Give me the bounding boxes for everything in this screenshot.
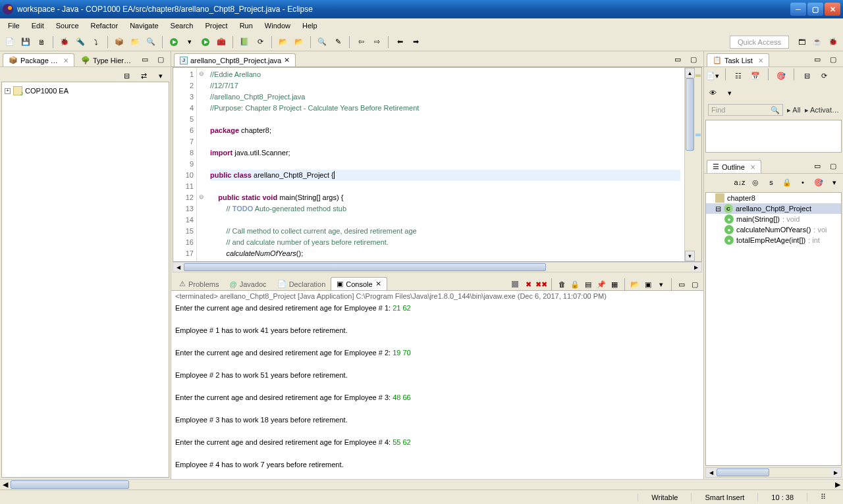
hide-static-button[interactable]: s (764, 175, 778, 189)
minimize-view-button[interactable]: ▭ (810, 52, 825, 66)
maximize-view-button[interactable]: ▢ (826, 159, 840, 173)
console-dropdown[interactable]: ▾ (655, 278, 667, 290)
scroll-down-arrow[interactable]: ▼ (685, 251, 695, 261)
focus-button[interactable]: 🎯 (811, 175, 826, 189)
menu-project[interactable]: Project (200, 20, 232, 31)
prev-edit-button[interactable]: ⇦ (354, 35, 368, 49)
outline-item[interactable]: chapter8 (706, 193, 841, 203)
menu-window[interactable]: Window (259, 20, 296, 31)
debug-run-button[interactable] (198, 35, 213, 49)
editor-body[interactable]: 1234567891011121314151617 ⊖⊖ //Eddie Are… (173, 67, 702, 262)
collapse-all-button[interactable]: ⊟ (119, 68, 134, 83)
quick-access-input[interactable]: Quick Access (730, 36, 789, 49)
run-dropdown[interactable]: ▾ (182, 35, 197, 49)
scroll-left-arrow[interactable]: ◀ (173, 263, 184, 272)
schedule-button[interactable]: 📅 (748, 68, 763, 83)
open-type-button[interactable]: 🔍 (144, 35, 158, 49)
scroll-thumb[interactable] (11, 480, 129, 489)
scroll-right-arrow[interactable]: ▶ (830, 468, 841, 477)
new-class-button[interactable]: 📗 (237, 35, 252, 49)
minimize-view-button[interactable]: ▭ (676, 278, 688, 290)
link-editor-button[interactable]: ⇄ (136, 68, 151, 83)
close-icon[interactable]: ⨯ (750, 163, 755, 170)
remove-launch-button[interactable]: ✖ (522, 278, 534, 290)
collapse-all-button[interactable]: ⊟ (800, 68, 814, 83)
menu-source[interactable]: Source (51, 20, 84, 31)
hide-non-public-button[interactable]: 🔒 (780, 175, 794, 189)
task-find-input[interactable]: Find 🔍 (708, 104, 783, 116)
close-button[interactable]: ✕ (825, 3, 840, 16)
open-console-button[interactable]: 📂 (629, 278, 641, 290)
synchronize-button[interactable]: ⟳ (817, 68, 831, 83)
scroll-lock-button[interactable]: 🔒 (569, 278, 581, 290)
editor-vertical-scrollbar[interactable]: ▲ ▼ (684, 68, 695, 261)
workspace-horizontal-scrollbar[interactable]: ◀ ▶ (0, 479, 843, 490)
categorize-button[interactable]: ☷ (731, 68, 746, 83)
editor-tab[interactable]: J arellano_Chpt8_Project.java ⨯ (174, 53, 296, 66)
close-icon[interactable]: ⨯ (375, 280, 381, 288)
close-icon[interactable]: ⨯ (284, 56, 290, 64)
outline-item[interactable]: ●main(String[]) : void (706, 214, 841, 224)
skip-breakpoints-button[interactable]: ⤵ (89, 35, 103, 49)
annotate-button[interactable]: ✎ (331, 35, 345, 49)
outline-item[interactable]: ⊟ Carellano_Chpt8_Project (706, 203, 841, 214)
open-perspective-button[interactable]: 🗔 (794, 35, 809, 49)
save-all-button[interactable]: 🗎 (34, 35, 49, 49)
new-button[interactable]: 📄 (3, 35, 17, 49)
scroll-thumb[interactable] (184, 263, 546, 271)
open-project-button[interactable]: 📂 (292, 35, 306, 49)
maximize-button[interactable]: ▢ (807, 3, 823, 16)
fold-bar[interactable]: ⊖⊖ (197, 68, 206, 261)
hide-fields-button[interactable]: ◎ (748, 175, 763, 189)
console-output[interactable]: Enter the current age and desired retire… (171, 301, 703, 479)
display-selected-button[interactable]: ▦ (609, 278, 620, 290)
hide-button[interactable]: 👁 (705, 86, 720, 100)
activate-dropdown[interactable]: ▸ Activat… (805, 106, 839, 114)
editor-horizontal-scrollbar[interactable]: ◀ ▶ (173, 262, 702, 272)
menu-help[interactable]: Help (297, 20, 323, 31)
outline-item[interactable]: ●totalEmpRetAge(int[]) : int (706, 235, 841, 245)
new-package-button[interactable]: 📁 (128, 35, 142, 49)
all-dropdown[interactable]: ▸ All (787, 106, 801, 114)
menu-edit[interactable]: Edit (26, 20, 49, 31)
close-icon[interactable]: ⨯ (758, 57, 763, 64)
debug-perspective-button[interactable]: 🐞 (826, 35, 840, 49)
save-button[interactable]: 💾 (18, 35, 33, 49)
hide-local-button[interactable]: • (796, 175, 810, 189)
view-menu-button[interactable]: ▾ (153, 68, 168, 83)
type-hierarchy-tab[interactable]: 🌳 Type Hier… (76, 54, 136, 66)
sort-button[interactable]: a↓z (732, 175, 747, 189)
maximize-view-button[interactable]: ▢ (153, 52, 168, 66)
new-console-button[interactable]: ▣ (642, 278, 654, 290)
refresh-button[interactable]: ⟳ (253, 35, 267, 49)
maximize-view-button[interactable]: ▢ (689, 278, 701, 290)
terminate-button[interactable] (509, 278, 521, 290)
java-perspective-button[interactable]: ☕ (810, 35, 825, 49)
minimize-view-button[interactable]: ▭ (138, 52, 152, 66)
maximize-view-button[interactable]: ▢ (826, 52, 840, 66)
forward-button[interactable]: ➡ (408, 35, 423, 49)
code-area[interactable]: //Eddie Arellano//12/7/17//arellano_Chpt… (206, 68, 684, 261)
open-folder-button[interactable]: 📂 (276, 35, 290, 49)
view-menu-button[interactable]: ▾ (722, 86, 737, 100)
outline-tab[interactable]: ☰ Outline ⨯ (707, 160, 761, 173)
menu-search[interactable]: Search (165, 20, 199, 31)
overview-ruler[interactable] (695, 68, 701, 261)
close-icon[interactable]: ⨯ (63, 57, 68, 64)
project-tree-item[interactable]: + COP1000 EA (5, 85, 166, 97)
scroll-right-arrow[interactable]: ▶ (832, 480, 843, 490)
outline-horizontal-scrollbar[interactable]: ◀ ▶ (705, 467, 842, 478)
outline-item[interactable]: ●calculateNumOfYears() : voi (706, 224, 841, 235)
package-explorer-tab[interactable]: 📦 Package … ⨯ (3, 53, 74, 66)
debug-button[interactable]: 🐞 (57, 35, 72, 49)
menu-file[interactable]: File (3, 20, 25, 31)
minimize-button[interactable]: ─ (790, 3, 806, 16)
external-tools-button[interactable]: 🧰 (214, 35, 229, 49)
coverage-button[interactable]: 🔦 (73, 35, 88, 49)
scroll-up-arrow[interactable]: ▲ (685, 68, 695, 78)
back-button[interactable]: ⬅ (393, 35, 407, 49)
minimize-view-button[interactable]: ▭ (810, 159, 825, 173)
scroll-left-arrow[interactable]: ◀ (0, 480, 11, 490)
scroll-right-arrow[interactable]: ▶ (691, 263, 701, 272)
new-java-button[interactable]: 📦 (112, 35, 126, 49)
